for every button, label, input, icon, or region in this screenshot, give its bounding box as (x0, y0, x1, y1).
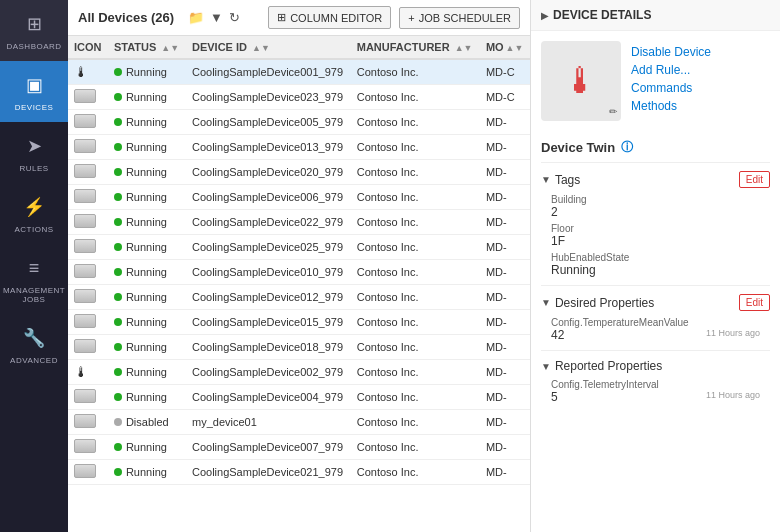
status-indicator (114, 218, 122, 226)
table-row[interactable]: 🌡 Running CoolingSampleDevice001_979 Con… (68, 59, 530, 85)
status-indicator (114, 168, 122, 176)
sidebar-item-advanced[interactable]: 🔧 Advanced (0, 314, 68, 375)
desired-edit-button[interactable]: Edit (739, 294, 770, 311)
top-bar: All Devices (26) 📁 ▼ ↻ ⊞ COLUMN EDITOR +… (68, 0, 530, 36)
table-row[interactable]: Running CoolingSampleDevice020_979 Conto… (68, 160, 530, 185)
sidebar-item-devices[interactable]: ▣ Devices (0, 61, 68, 122)
sidebar-label-rules: Rules (19, 164, 48, 173)
status-indicator (114, 393, 122, 401)
refresh-icon[interactable]: ↻ (229, 10, 240, 25)
table-row[interactable]: Running CoolingSampleDevice007_979 Conto… (68, 435, 530, 460)
cell-icon (68, 410, 108, 435)
sidebar-item-dashboard[interactable]: ⊞ Dashboard (0, 0, 68, 61)
cell-manufacturer: Contoso Inc. (351, 210, 480, 235)
link-add-rule[interactable]: Add Rule... (631, 63, 711, 77)
cell-icon (68, 435, 108, 460)
link-disable-device[interactable]: Disable Device (631, 45, 711, 59)
cell-status: Running (108, 110, 186, 135)
cell-icon (68, 260, 108, 285)
table-row[interactable]: Running CoolingSampleDevice012_979 Conto… (68, 285, 530, 310)
cell-icon (68, 85, 108, 110)
folder-icon[interactable]: 📁 (188, 10, 204, 25)
cell-icon (68, 285, 108, 310)
filter-icon[interactable]: ▼ (210, 10, 223, 25)
cell-icon (68, 185, 108, 210)
table-row[interactable]: Running CoolingSampleDevice025_979 Conto… (68, 235, 530, 260)
cell-model: MD- (480, 310, 530, 335)
table-row[interactable]: Running CoolingSampleDevice022_979 Conto… (68, 210, 530, 235)
cell-status: Disabled (108, 410, 186, 435)
table-row[interactable]: Running CoolingSampleDevice023_979 Conto… (68, 85, 530, 110)
cell-status: Running (108, 435, 186, 460)
cell-model: MD- (480, 185, 530, 210)
tags-header[interactable]: ▼ Tags Edit (541, 169, 770, 192)
cell-model: MD- (480, 410, 530, 435)
cell-device-id: CoolingSampleDevice007_979 (186, 435, 351, 460)
table-row[interactable]: Disabled my_device01 Contoso Inc. MD- (68, 410, 530, 435)
cell-model: MD- (480, 210, 530, 235)
cell-status: Running (108, 135, 186, 160)
col-icon[interactable]: ICON (68, 36, 108, 59)
cell-device-id: CoolingSampleDevice004_979 (186, 385, 351, 410)
status-indicator (114, 268, 122, 276)
col-manufacturer[interactable]: MANUFACTURER ▲▼ (351, 36, 480, 59)
status-indicator (114, 468, 122, 476)
table-row[interactable]: Running CoolingSampleDevice013_979 Conto… (68, 135, 530, 160)
reported-properties-section: ▼ Reported Properties Config.TelemetryIn… (541, 350, 770, 412)
cell-status: Running (108, 210, 186, 235)
cell-icon: 🌡 (68, 360, 108, 385)
cell-model: MD- (480, 360, 530, 385)
table-row[interactable]: Running CoolingSampleDevice021_979 Conto… (68, 460, 530, 485)
table-row[interactable]: Running CoolingSampleDevice005_979 Conto… (68, 110, 530, 135)
table-row[interactable]: Running CoolingSampleDevice006_979 Conto… (68, 185, 530, 210)
link-methods[interactable]: Methods (631, 99, 711, 113)
sidebar-label-advanced: Advanced (10, 356, 58, 365)
table-row[interactable]: 🌡 Running CoolingSampleDevice002_979 Con… (68, 360, 530, 385)
panel-header: ▶ DEVICE DETAILS (531, 0, 780, 31)
col-model[interactable]: MO▲▼ (480, 36, 530, 59)
col-status[interactable]: STATUS ▲▼ (108, 36, 186, 59)
desired-header[interactable]: ▼ Desired Properties Edit (541, 292, 770, 315)
panel-title: DEVICE DETAILS (553, 8, 651, 22)
table-header-row: ICON STATUS ▲▼ DEVICE ID ▲▼ MANUFACTURER… (68, 36, 530, 59)
col-device-id[interactable]: DEVICE ID ▲▼ (186, 36, 351, 59)
main-content: All Devices (26) 📁 ▼ ↻ ⊞ COLUMN EDITOR +… (68, 0, 530, 532)
cell-device-id: CoolingSampleDevice018_979 (186, 335, 351, 360)
tags-edit-button[interactable]: Edit (739, 171, 770, 188)
device-details-body: 🌡 ✏ Disable DeviceAdd Rule...CommandsMet… (531, 31, 780, 131)
job-scheduler-button[interactable]: + JOB SCHEDULER (399, 7, 520, 29)
cell-model: MD- (480, 435, 530, 460)
cell-manufacturer: Contoso Inc. (351, 185, 480, 210)
cell-icon: 🌡 (68, 59, 108, 85)
advanced-icon: 🔧 (20, 324, 48, 352)
cell-status: Running (108, 385, 186, 410)
twin-title: Device Twin ⓘ (541, 139, 770, 156)
sidebar-item-actions[interactable]: ⚡ Actions (0, 183, 68, 244)
reported-header[interactable]: ▼ Reported Properties (541, 357, 770, 377)
cell-icon (68, 310, 108, 335)
link-commands[interactable]: Commands (631, 81, 711, 95)
column-editor-button[interactable]: ⊞ COLUMN EDITOR (268, 6, 391, 29)
cell-manufacturer: Contoso Inc. (351, 435, 480, 460)
sidebar-item-rules[interactable]: ➤ Rules (0, 122, 68, 183)
status-indicator (114, 418, 122, 426)
cell-status: Running (108, 310, 186, 335)
cell-model: MD- (480, 260, 530, 285)
right-panel: ▶ DEVICE DETAILS 🌡 ✏ Disable DeviceAdd R… (530, 0, 780, 532)
cell-manufacturer: Contoso Inc. (351, 110, 480, 135)
desired-properties-section: ▼ Desired Properties Edit Config.Tempera… (541, 285, 770, 350)
cell-device-id: CoolingSampleDevice022_979 (186, 210, 351, 235)
sidebar-item-management-jobs[interactable]: ≡ Management Jobs (0, 244, 68, 314)
image-edit-icon[interactable]: ✏ (609, 106, 617, 117)
cell-device-id: CoolingSampleDevice023_979 (186, 85, 351, 110)
cell-model: MD- (480, 385, 530, 410)
sidebar-label-actions: Actions (14, 225, 53, 234)
rules-icon: ➤ (20, 132, 48, 160)
table-row[interactable]: Running CoolingSampleDevice018_979 Conto… (68, 335, 530, 360)
twin-info-icon[interactable]: ⓘ (621, 139, 633, 156)
table-row[interactable]: Running CoolingSampleDevice010_979 Conto… (68, 260, 530, 285)
table-row[interactable]: Running CoolingSampleDevice004_979 Conto… (68, 385, 530, 410)
cell-icon (68, 210, 108, 235)
cell-device-id: CoolingSampleDevice020_979 (186, 160, 351, 185)
table-row[interactable]: Running CoolingSampleDevice015_979 Conto… (68, 310, 530, 335)
